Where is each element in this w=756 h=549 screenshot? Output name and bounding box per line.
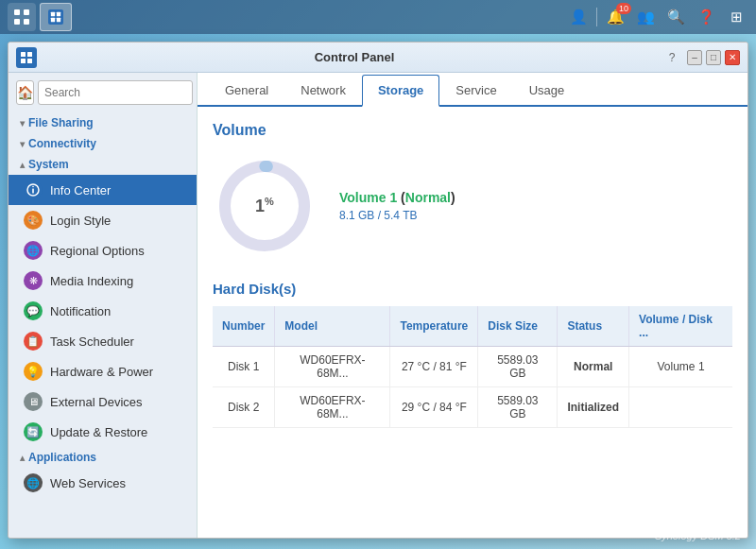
- home-button[interactable]: 🏠: [16, 80, 34, 105]
- info-center-label: Info Center: [50, 183, 111, 197]
- sidebar-item-login-style[interactable]: 🎨 Login Style: [9, 205, 197, 235]
- donut-percent-label: 1%: [255, 196, 274, 216]
- person-icon[interactable]: 👥: [633, 5, 658, 29]
- svg-rect-1: [24, 9, 29, 15]
- col-volume: Volume / Disk ...: [629, 306, 732, 347]
- col-status: Status: [558, 306, 629, 347]
- notification-label: Notification: [50, 304, 111, 318]
- sidebar-item-regional-options[interactable]: 🌐 Regional Options: [9, 235, 197, 266]
- sidebar-item-info-center[interactable]: Info Center: [9, 175, 197, 205]
- sidebar-section-file-sharing[interactable]: ▾ File Sharing: [9, 112, 197, 133]
- watermark: Synology DSM 5.2: [655, 530, 741, 541]
- window-controls: ? – □ ✕: [664, 50, 740, 65]
- sidebar-section-system[interactable]: ▴ System: [9, 154, 197, 175]
- control-panel-window: Control Panel ? – □ ✕ 🏠 ▾ File Sharing ▾: [8, 42, 748, 539]
- sidebar-section-applications[interactable]: ▴ Applications: [9, 447, 197, 468]
- user-icon[interactable]: 👤: [566, 5, 591, 29]
- disk-temperature: 27 °C / 81 °F: [390, 347, 478, 387]
- notification-icon: 💬: [24, 301, 43, 320]
- svg-rect-7: [57, 18, 60, 22]
- svg-rect-5: [57, 12, 60, 16]
- web-services-icon: 🌐: [24, 473, 43, 492]
- search-icon[interactable]: 🔍: [663, 5, 688, 29]
- sidebar: 🏠 ▾ File Sharing ▾ Connectivity ▴ System: [9, 73, 198, 538]
- volume-donut-chart: 1%: [213, 154, 317, 258]
- search-input[interactable]: [38, 80, 193, 105]
- svg-rect-2: [14, 19, 20, 25]
- maximize-button[interactable]: □: [706, 50, 721, 65]
- update-restore-icon: 🔄: [24, 422, 43, 441]
- disk-size: 5589.03 GB: [478, 387, 558, 428]
- notification-badge: 10: [616, 3, 631, 14]
- col-model: Model: [275, 306, 390, 347]
- svg-rect-3: [24, 19, 29, 25]
- section-arrow-system: ▴: [20, 160, 25, 170]
- taskbar: 👤 🔔 10 👥 🔍 ❓ ⊞: [0, 0, 756, 34]
- volume-section-title: Volume: [213, 122, 732, 139]
- taskbar-divider: [596, 8, 597, 26]
- close-button[interactable]: ✕: [725, 50, 740, 65]
- disk-number: Disk 2: [213, 387, 275, 428]
- tab-general[interactable]: General: [209, 75, 284, 107]
- media-indexing-icon: ❋: [24, 271, 43, 290]
- hardware-power-label: Hardware & Power: [50, 365, 153, 379]
- disk-size: 5589.03 GB: [478, 347, 558, 387]
- titlebar: Control Panel ? – □ ✕: [9, 43, 747, 73]
- svg-rect-10: [21, 59, 26, 63]
- content-area: Volume 1%: [198, 107, 747, 538]
- col-temperature: Temperature: [390, 306, 478, 347]
- sidebar-search-area: 🏠: [9, 73, 197, 112]
- svg-rect-11: [27, 59, 32, 63]
- col-number: Number: [213, 306, 275, 347]
- disk-model: WD60EFRX-68M...: [275, 347, 390, 387]
- sidebar-item-web-services[interactable]: 🌐 Web Services: [9, 468, 197, 498]
- app-grid-icon[interactable]: [8, 3, 36, 31]
- sidebar-item-task-scheduler[interactable]: 📋 Task Scheduler: [9, 326, 197, 356]
- external-devices-icon: 🖥: [24, 392, 43, 411]
- col-disk-size: Disk Size: [478, 306, 558, 347]
- help-icon[interactable]: ❓: [694, 5, 718, 29]
- info-center-icon: [24, 180, 43, 199]
- media-indexing-label: Media Indexing: [50, 274, 133, 288]
- tab-storage[interactable]: Storage: [362, 75, 439, 107]
- tab-network[interactable]: Network: [284, 75, 362, 107]
- main-content: General Network Storage Service Usage Vo…: [198, 73, 747, 538]
- hardware-power-icon: 💡: [24, 362, 43, 381]
- control-panel-taskbar-btn[interactable]: [40, 3, 72, 31]
- sidebar-item-external-devices[interactable]: 🖥 External Devices: [9, 386, 197, 417]
- update-restore-label: Update & Restore: [50, 425, 147, 439]
- disk-table: Number Model Temperature Disk Size Statu…: [213, 306, 732, 428]
- disk-model: WD60EFRX-68M...: [275, 387, 390, 428]
- external-devices-label: External Devices: [50, 395, 143, 409]
- help-button[interactable]: ?: [664, 50, 679, 65]
- volume-info: Volume 1 (Normal) 8.1 GB / 5.4 TB: [339, 190, 455, 222]
- harddisk-section-title: Hard Disk(s): [213, 281, 732, 297]
- volume-name: Volume 1 (Normal): [339, 190, 455, 205]
- task-scheduler-icon: 📋: [24, 332, 43, 351]
- disk-status: Normal: [558, 347, 629, 387]
- sidebar-item-update-restore[interactable]: 🔄 Update & Restore: [9, 417, 197, 447]
- regional-options-icon: 🌐: [24, 241, 43, 260]
- svg-rect-4: [51, 12, 55, 16]
- app-logo: [16, 47, 37, 68]
- tab-service[interactable]: Service: [439, 75, 512, 107]
- web-services-label: Web Services: [50, 476, 126, 490]
- apps-icon[interactable]: ⊞: [724, 5, 748, 29]
- section-label-connectivity: Connectivity: [28, 137, 96, 150]
- sidebar-item-notification[interactable]: 💬 Notification: [9, 296, 197, 326]
- window-body: 🏠 ▾ File Sharing ▾ Connectivity ▴ System: [9, 73, 747, 538]
- sidebar-section-connectivity[interactable]: ▾ Connectivity: [9, 133, 197, 154]
- volume-size: 8.1 GB / 5.4 TB: [339, 209, 455, 222]
- tab-usage[interactable]: Usage: [513, 75, 581, 107]
- section-arrow-applications: ▴: [20, 453, 25, 463]
- volume-section: 1% Volume 1 (Normal) 8.1 GB / 5.4 TB: [213, 154, 732, 258]
- minimize-button[interactable]: –: [687, 50, 702, 65]
- tabs: General Network Storage Service Usage: [198, 73, 747, 107]
- login-style-icon: 🎨: [24, 211, 43, 230]
- sidebar-item-hardware-power[interactable]: 💡 Hardware & Power: [9, 356, 197, 386]
- disk-volume: Volume 1: [629, 347, 732, 387]
- disk-volume: [629, 387, 732, 428]
- table-header-row: Number Model Temperature Disk Size Statu…: [213, 306, 732, 347]
- sidebar-item-media-indexing[interactable]: ❋ Media Indexing: [9, 266, 197, 296]
- volume-status: Normal: [405, 190, 451, 205]
